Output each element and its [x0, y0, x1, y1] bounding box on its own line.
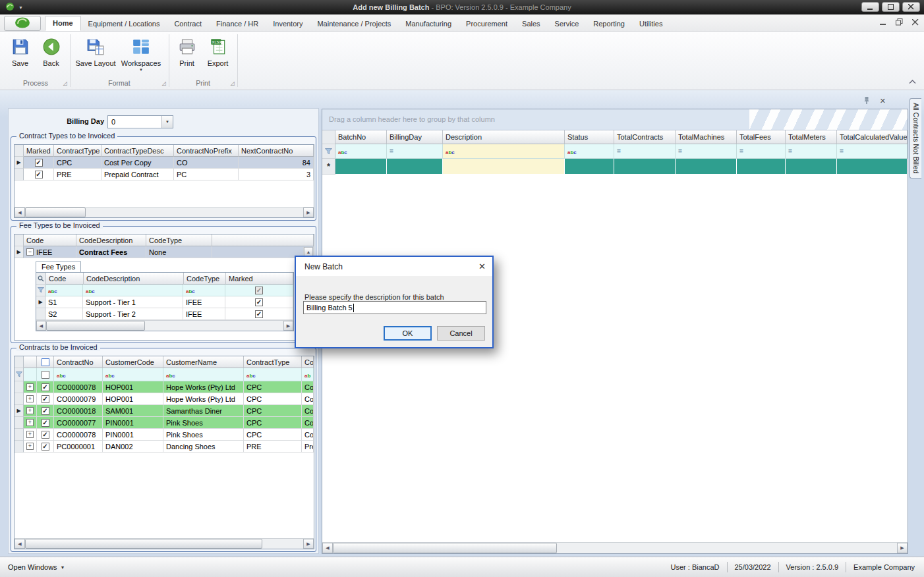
filter-customercode[interactable]: abc [103, 368, 163, 381]
combo-dropdown-icon[interactable]: ▼ [161, 116, 173, 128]
filter-contractno[interactable]: abc [54, 368, 103, 381]
col-nextcontractno[interactable]: NextContractNo [239, 145, 314, 157]
filter-customername[interactable]: abc [163, 368, 244, 381]
scroll-left-icon[interactable]: ◀ [14, 539, 25, 549]
scroll-thumb[interactable] [46, 321, 145, 331]
print-button[interactable]: Print [173, 35, 201, 77]
col-customercode[interactable]: CustomerCode [103, 356, 163, 368]
close-button[interactable] [902, 2, 920, 12]
fee-detail-hscrollbar[interactable]: ◀ ▶ [36, 320, 293, 331]
col-status[interactable]: Status [565, 130, 614, 144]
new-batch-row[interactable]: * [322, 159, 908, 175]
back-button[interactable]: Back [36, 35, 66, 77]
new-totalfees-cell[interactable] [737, 159, 786, 175]
filter-checkbox[interactable] [42, 371, 49, 379]
tab-reporting[interactable]: Reporting [586, 17, 632, 31]
scroll-right-icon[interactable]: ▶ [303, 539, 314, 549]
save-button[interactable]: Save [5, 35, 35, 77]
row-checkbox[interactable] [42, 383, 49, 391]
tab-equipment-locations[interactable]: Equipment / Locations [81, 17, 167, 31]
scroll-left-icon[interactable]: ◀ [36, 321, 46, 331]
filter-contracttype[interactable]: abc [244, 368, 302, 381]
all-contracts-not-billed-tab[interactable]: All Contracts Not Billed [910, 98, 921, 179]
filter-totalfees[interactable]: = [737, 144, 786, 159]
tab-procurement[interactable]: Procurement [459, 17, 515, 31]
new-totalcontracts-cell[interactable] [614, 159, 676, 175]
new-totalmeters-cell[interactable] [786, 159, 837, 175]
scroll-thumb[interactable] [333, 543, 557, 553]
col-codetype[interactable]: CodeType [184, 273, 226, 285]
new-status-cell[interactable] [565, 159, 614, 175]
col-customername[interactable]: CustomerName [163, 356, 244, 368]
col-batchno[interactable]: BatchNo [335, 130, 387, 144]
col-totalfees[interactable]: TotalFees [737, 130, 786, 144]
contract-row[interactable]: + CO0000077 PIN0001 Pink Shoes CPC Cost [14, 417, 314, 429]
app-icon[interactable] [5, 2, 14, 13]
col-codetype[interactable]: CodeType [146, 234, 212, 246]
ribbon-collapse-icon[interactable] [909, 78, 916, 86]
filter-billingday[interactable]: = [387, 144, 443, 159]
fee-types-detail-tab[interactable]: Fee Types [36, 261, 81, 272]
marked-checkbox[interactable] [35, 159, 43, 167]
search-icon[interactable] [36, 273, 46, 285]
open-windows-button[interactable]: Open Windows▼ [8, 563, 65, 571]
filter-codedescription[interactable]: abc [83, 285, 183, 296]
batches-hscrollbar[interactable]: ◀ ▶ [322, 542, 908, 553]
filter-codetype[interactable]: abc [183, 285, 225, 296]
quick-access-dropdown-icon[interactable]: ▼ [18, 5, 23, 10]
tab-contract[interactable]: Contract [167, 17, 209, 31]
col-totalmeters[interactable]: TotalMeters [786, 130, 837, 144]
expand-row-icon[interactable]: + [26, 383, 34, 391]
contracts-filter-row[interactable]: abc abc abc abc ab [14, 368, 314, 381]
col-code[interactable]: Code [24, 234, 76, 246]
contract-row[interactable]: ▶ + CO0000018 SAM001 Samanthas Diner CPC… [14, 405, 314, 417]
scroll-thumb[interactable] [25, 539, 262, 549]
marked-checkbox[interactable] [35, 171, 43, 179]
format-dialog-launcher-icon[interactable]: ◿ [162, 80, 166, 86]
export-button[interactable]: XLSX Export [202, 35, 233, 77]
col-codedescription[interactable]: CodeDescription [76, 234, 146, 246]
col-marked[interactable]: Marked [24, 145, 54, 157]
contract-row[interactable]: + CO0000079 HOP001 Hope Works (Pty) Ltd … [14, 393, 314, 405]
save-layout-button[interactable]: Save Layout [74, 35, 117, 77]
row-checkbox[interactable] [42, 443, 49, 451]
contracts-hscrollbar[interactable]: ◀ ▶ [14, 538, 314, 549]
col-code[interactable]: Code [46, 273, 84, 285]
billing-day-combo[interactable]: 0 ▼ [107, 115, 173, 128]
filter-batchno[interactable]: abc [335, 144, 387, 159]
scroll-left-icon[interactable]: ◀ [14, 207, 25, 217]
tab-home[interactable]: Home [45, 16, 81, 31]
workspaces-dropdown-icon[interactable]: ▼ [139, 68, 143, 72]
fee-detail-row[interactable]: ▶ S1 Support - Tier 1 IFEE [36, 296, 293, 308]
contract-row[interactable]: + PC0000001 DAN002 Dancing Shoes PRE Pre… [14, 441, 314, 453]
col-contractnoprefix[interactable]: ContractNoPrefix [174, 145, 239, 157]
filter-totalcontracts[interactable]: = [614, 144, 676, 159]
mdi-restore-icon[interactable] [896, 18, 903, 27]
maximize-button[interactable] [882, 2, 900, 12]
scroll-left-icon[interactable]: ◀ [322, 543, 333, 553]
contract-type-row[interactable]: ▶ CPC Cost Per Copy CO 84 [14, 157, 314, 169]
row-checkbox[interactable] [42, 431, 49, 439]
filter-totalcalculatedvalue[interactable]: = [837, 144, 908, 159]
filter-totalmachines[interactable]: = [676, 144, 737, 159]
expand-row-icon[interactable]: + [26, 407, 34, 414]
mdi-close-icon[interactable] [912, 19, 919, 27]
minimize-button[interactable] [861, 2, 879, 12]
pin-icon[interactable] [863, 96, 870, 106]
tab-finance-hr[interactable]: Finance / HR [209, 17, 266, 31]
mdi-minimize-icon[interactable] [880, 19, 886, 27]
expand-row-icon[interactable]: + [26, 443, 34, 450]
contract-type-row[interactable]: PRE Prepaid Contract PC 3 [14, 169, 314, 180]
filter-status[interactable]: abc [565, 144, 614, 159]
tab-service[interactable]: Service [548, 17, 587, 31]
contract-types-hscrollbar[interactable]: ◀ ▶ [14, 207, 314, 217]
workspaces-button[interactable]: Workspaces ▼ [119, 35, 163, 77]
application-menu-button[interactable] [4, 16, 41, 31]
tab-inventory[interactable]: Inventory [266, 17, 310, 31]
col-contracttypedesc[interactable]: ContractTypeDesc [101, 145, 174, 157]
filter-con[interactable]: ab [302, 368, 314, 381]
new-billingday-cell[interactable] [387, 159, 443, 175]
new-totalcalculatedvalue-cell[interactable] [837, 159, 908, 175]
filter-totalmeters[interactable]: = [786, 144, 837, 159]
dialog-close-icon[interactable]: ✕ [478, 262, 486, 271]
